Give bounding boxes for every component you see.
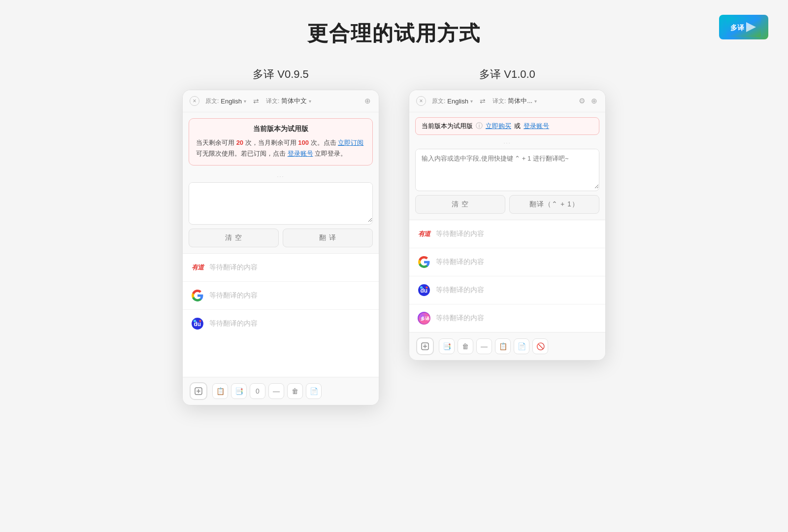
old-toolbar-icon-1[interactable]: 📋: [212, 383, 228, 399]
youdao-icon-new: 有道: [417, 227, 431, 241]
google-icon-new: [417, 255, 431, 269]
new-target-chevron-icon: ▾: [534, 99, 537, 104]
old-close-button[interactable]: ×: [190, 96, 199, 106]
old-trial-text: 当天剩余可用 20 次，当月剩余可用 100 次。点击 立即订阅 可无限次使用。…: [196, 137, 365, 159]
new-toolbar-icon-6[interactable]: 🚫: [532, 338, 548, 354]
new-lang-swap-icon[interactable]: ⇄: [480, 97, 486, 105]
svg-point-6: [199, 320, 201, 322]
new-results-area: 有道 等待翻译的内容 等待翻译的内容: [409, 220, 605, 332]
old-toolbar-icon-3[interactable]: 0: [250, 383, 265, 399]
new-header-bar: × 原文: English ▾ ⇄ 译文: 简体中... ▾ ⚙ ⊕: [409, 90, 605, 112]
new-toolbar-icon-1[interactable]: 📑: [439, 338, 455, 354]
baidu-icon-new: du: [417, 283, 431, 297]
new-google-text: 等待翻译的内容: [436, 258, 484, 266]
new-btn-row: 清 空 翻译（⌃ + 1）: [415, 195, 599, 214]
old-toolbar-icon-4[interactable]: —: [268, 383, 284, 399]
trial-info-icon: ⓘ: [476, 122, 483, 131]
old-version-title: 多译 V0.9.5: [253, 67, 309, 82]
new-bottom-toolbar: 📑 🗑 — 📋 📄 🚫: [409, 332, 605, 360]
old-header-bar: × 原文: English ▾ ⇄ 译文: 简体中文 ▾ ⊕: [183, 90, 379, 112]
old-btn-row: 清 空 翻 译: [189, 229, 373, 247]
old-result-google: 等待翻译的内容: [183, 282, 379, 310]
buy-link[interactable]: 立即购买: [486, 122, 511, 131]
columns-wrapper: 多译 V0.9.5 × 原文: English ▾ ⇄ 译文: 简体中文 ▾: [182, 67, 606, 405]
new-fourth-text: 等待翻译的内容: [436, 314, 484, 323]
new-input-textarea[interactable]: [416, 149, 599, 189]
old-version-window: × 原文: English ▾ ⇄ 译文: 简体中文 ▾ ⊕ 当前版本为试用版: [182, 90, 379, 405]
new-baidu-text: 等待翻译的内容: [436, 286, 484, 295]
old-trial-notice: 当前版本为试用版 当天剩余可用 20 次，当月剩余可用 100 次。点击 立即订…: [189, 118, 373, 166]
old-baidu-text: 等待翻译的内容: [209, 319, 258, 328]
subscribe-link[interactable]: 立即订阅: [338, 139, 363, 146]
page-title: 更合理的试用方式: [307, 20, 481, 47]
new-toolbar-icon-2[interactable]: 🗑: [458, 338, 473, 354]
new-login-link[interactable]: 登录账号: [524, 122, 549, 131]
old-bottom-toolbar: 📋 📑 0 — 🗑 📄: [183, 377, 379, 405]
new-youdao-text: 等待翻译的内容: [436, 230, 484, 238]
old-spacer: [183, 337, 379, 377]
old-toolbar-icon-2[interactable]: 📑: [231, 383, 247, 399]
new-result-google: 等待翻译的内容: [409, 248, 605, 276]
old-pin-icon[interactable]: ⊕: [363, 96, 372, 106]
new-source-chevron-icon: ▾: [470, 99, 473, 104]
old-version-column: 多译 V0.9.5 × 原文: English ▾ ⇄ 译文: 简体中文 ▾: [182, 67, 379, 405]
old-source-lang-selector[interactable]: 原文: English ▾: [202, 96, 249, 107]
old-toolbar-main-icon[interactable]: [190, 382, 207, 400]
new-version-column: 多译 V1.0.0 × 原文: English ▾ ⇄ 译文: 简体中... ▾: [409, 67, 606, 361]
new-toolbar-icon-3[interactable]: —: [476, 338, 492, 354]
old-trial-title: 当前版本为试用版: [196, 125, 365, 133]
old-result-baidu: du 等待翻译的内容: [183, 310, 379, 337]
new-header-icons: ⚙ ⊕: [578, 96, 598, 106]
new-close-button[interactable]: ×: [416, 96, 426, 106]
new-settings-icon[interactable]: ⚙: [578, 96, 586, 106]
old-toolbar-icon-6[interactable]: 📄: [306, 383, 322, 399]
new-source-lang-selector[interactable]: 原文: English ▾: [429, 96, 476, 107]
old-target-lang-selector[interactable]: 译文: 简体中文 ▾: [263, 95, 314, 107]
old-youdao-text: 等待翻译的内容: [209, 263, 258, 272]
old-google-text: 等待翻译的内容: [209, 291, 258, 300]
new-target-lang-selector[interactable]: 译文: 简体中... ▾: [490, 95, 540, 107]
svg-text:多译: 多译: [421, 316, 429, 321]
old-results-area: 有道 等待翻译的内容 等待翻译的内容: [183, 253, 379, 337]
new-version-title: 多译 V1.0.0: [479, 67, 535, 82]
old-result-youdao: 有道 等待翻译的内容: [183, 254, 379, 282]
old-translate-button[interactable]: 翻 译: [283, 229, 373, 247]
old-clear-button[interactable]: 清 空: [189, 229, 279, 247]
lang-swap-icon[interactable]: ⇄: [253, 97, 259, 105]
new-result-fourth: 多译 等待翻译的内容: [409, 304, 605, 332]
baidu-icon-old: du: [191, 317, 204, 331]
old-resize-handle: ···: [183, 171, 379, 180]
new-input-area: [415, 149, 599, 191]
old-input-textarea[interactable]: [189, 183, 372, 222]
fourth-icon-new: 多译: [417, 311, 431, 325]
new-toolbar-icon-4[interactable]: 📋: [495, 338, 511, 354]
new-version-window: × 原文: English ▾ ⇄ 译文: 简体中... ▾ ⚙ ⊕: [409, 90, 606, 361]
target-chevron-icon: ▾: [309, 99, 311, 104]
new-result-youdao: 有道 等待翻译的内容: [409, 220, 605, 248]
old-input-area: [189, 182, 373, 225]
new-result-baidu: du 等待翻译的内容: [409, 276, 605, 304]
new-toolbar-main-icon[interactable]: [416, 337, 434, 355]
new-trial-notice: 当前版本为试用版 ⓘ 立即购买 或 登录账号: [415, 117, 599, 135]
svg-point-11: [426, 286, 427, 288]
logo-corner: 多译: [719, 15, 768, 39]
old-toolbar-icon-5[interactable]: 🗑: [287, 383, 303, 399]
svg-point-5: [194, 320, 196, 322]
new-toolbar-icon-5[interactable]: 📄: [514, 338, 529, 354]
new-pin-icon[interactable]: ⊕: [590, 96, 598, 106]
svg-text:多译: 多译: [730, 24, 745, 32]
new-translate-button[interactable]: 翻译（⌃ + 1）: [509, 195, 599, 214]
svg-point-10: [420, 286, 423, 289]
google-icon-old: [191, 289, 204, 302]
source-chevron-icon: ▾: [244, 99, 246, 104]
youdao-icon-old: 有道: [191, 261, 204, 274]
new-resize-handle: ···: [409, 138, 605, 147]
new-clear-button[interactable]: 清 空: [415, 195, 505, 214]
login-link[interactable]: 登录账号: [288, 150, 313, 157]
